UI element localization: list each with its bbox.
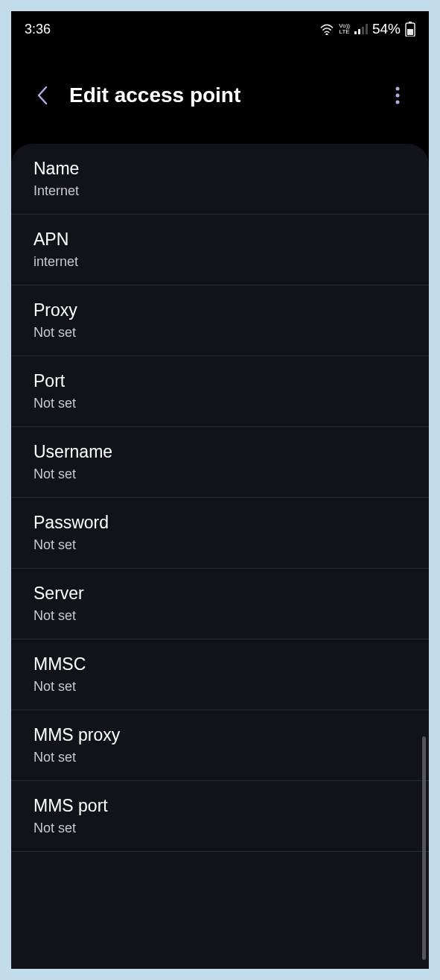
scrollbar[interactable] <box>422 736 426 960</box>
setting-value: Not set <box>34 537 406 553</box>
setting-mms-proxy[interactable]: MMS proxy Not set <box>11 710 429 781</box>
setting-server[interactable]: Server Not set <box>11 569 429 639</box>
svg-point-9 <box>396 94 400 98</box>
setting-label: APN <box>34 230 406 250</box>
setting-name[interactable]: Name Internet <box>11 144 429 215</box>
setting-label: Server <box>34 584 406 604</box>
setting-label: Proxy <box>34 300 406 320</box>
more-options-button[interactable] <box>384 82 411 109</box>
setting-password[interactable]: Password Not set <box>11 498 429 569</box>
svg-rect-3 <box>362 27 364 34</box>
setting-value: Not set <box>34 325 406 341</box>
volte-icon: Vo)) LTE <box>339 23 350 35</box>
chevron-left-icon <box>37 86 48 105</box>
battery-percentage: 54% <box>372 21 401 37</box>
svg-rect-4 <box>366 24 368 34</box>
setting-value: Not set <box>34 467 406 482</box>
wifi-icon <box>319 23 334 35</box>
setting-label: MMS port <box>34 796 406 816</box>
setting-value: internet <box>34 254 406 270</box>
settings-list[interactable]: Name Internet APN internet Proxy Not set… <box>11 144 429 969</box>
setting-value: Not set <box>34 679 406 695</box>
setting-value: Not set <box>34 750 406 765</box>
signal-icon <box>354 24 368 34</box>
setting-label: Port <box>34 371 406 391</box>
svg-point-10 <box>396 101 400 104</box>
back-button[interactable] <box>29 82 56 109</box>
page-title: Edit access point <box>69 83 384 107</box>
svg-rect-2 <box>358 29 360 34</box>
svg-rect-7 <box>407 29 413 35</box>
setting-port[interactable]: Port Not set <box>11 356 429 427</box>
setting-username[interactable]: Username Not set <box>11 427 429 498</box>
setting-label: MMS proxy <box>34 725 406 745</box>
setting-mmsc[interactable]: MMSC Not set <box>11 639 429 710</box>
more-vertical-icon <box>395 86 400 104</box>
svg-point-8 <box>396 87 400 91</box>
setting-value: Not set <box>34 608 406 624</box>
setting-label: Password <box>34 513 406 533</box>
svg-rect-1 <box>354 31 357 34</box>
setting-apn[interactable]: APN internet <box>11 215 429 285</box>
setting-value: Internet <box>34 183 406 199</box>
setting-proxy[interactable]: Proxy Not set <box>11 285 429 356</box>
battery-icon <box>405 22 415 37</box>
setting-mms-port[interactable]: MMS port Not set <box>11 781 429 852</box>
setting-value: Not set <box>34 821 406 836</box>
setting-label: MMSC <box>34 654 406 674</box>
status-bar: 3:36 Vo)) LTE <box>11 11 429 47</box>
setting-label: Username <box>34 442 406 462</box>
phone-frame: 3:36 Vo)) LTE <box>11 11 429 969</box>
status-time: 3:36 <box>25 22 51 37</box>
setting-label: Name <box>34 159 406 179</box>
status-right: Vo)) LTE 54% <box>319 21 415 37</box>
svg-point-0 <box>326 34 328 35</box>
header: Edit access point <box>11 62 429 129</box>
setting-value: Not set <box>34 396 406 411</box>
